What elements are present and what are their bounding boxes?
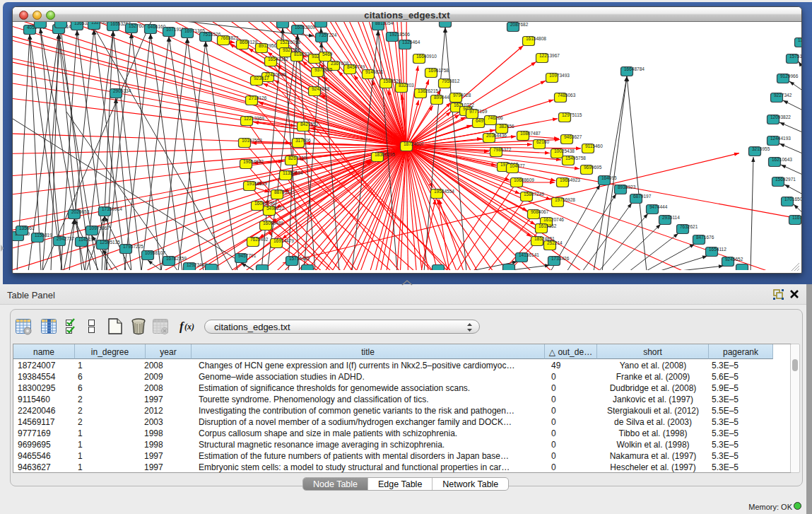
svg-text:10975867: 10975867 [89, 226, 110, 230]
svg-text:8427552: 8427552 [300, 122, 319, 127]
svg-text:19654923: 19654923 [560, 177, 580, 182]
svg-text:252214: 252214 [547, 240, 563, 245]
svg-text:7632621: 7632621 [680, 224, 698, 229]
svg-text:8813054: 8813054 [375, 22, 394, 25]
svg-text:1527602: 1527602 [129, 23, 147, 28]
svg-text:8938923: 8938923 [618, 185, 636, 189]
svg-text:16640910: 16640910 [416, 54, 437, 59]
svg-text:8990448: 8990448 [434, 95, 452, 100]
svg-text:16914479: 16914479 [273, 238, 294, 243]
svg-text:10025438: 10025438 [554, 148, 575, 153]
svg-text:5469: 5469 [322, 52, 333, 57]
svg-text:13626215: 13626215 [418, 88, 438, 93]
svg-text:7625402: 7625402 [250, 237, 269, 242]
svg-text:317006: 317006 [295, 138, 311, 143]
svg-text:19584554: 19584554 [434, 189, 454, 194]
svg-text:19654982: 19654982 [243, 159, 264, 164]
svg-text:15807249: 15807249 [524, 192, 544, 197]
svg-text:9245652: 9245652 [725, 257, 743, 262]
svg-text:10973493: 10973493 [549, 73, 570, 78]
svg-text:7357224: 7357224 [319, 33, 337, 37]
svg-text:2942737: 2942737 [57, 236, 75, 241]
svg-text:1654112: 1654112 [709, 247, 726, 252]
svg-text:6879197: 6879197 [633, 194, 652, 199]
svg-text:14136141: 14136141 [519, 252, 539, 257]
svg-text:9474444: 9474444 [649, 204, 668, 209]
svg-text:19218506: 19218506 [389, 32, 410, 37]
svg-text:2905334: 2905334 [113, 88, 131, 93]
svg-text:19166829: 19166829 [247, 181, 267, 186]
svg-text:1733426: 1733426 [551, 256, 570, 261]
svg-text:15226058: 15226058 [280, 40, 300, 45]
svg-text:12093822: 12093822 [770, 115, 791, 119]
svg-text:1156819: 1156819 [35, 233, 52, 238]
svg-text:11353594: 11353594 [283, 170, 303, 175]
svg-text:2020653: 2020653 [71, 209, 90, 214]
svg-text:9084067: 9084067 [531, 209, 549, 214]
svg-text:16648784: 16648784 [624, 66, 645, 71]
svg-text:16782759: 16782759 [166, 256, 187, 261]
svg-text:2087682: 2087682 [510, 22, 529, 27]
svg-text:746266: 746266 [488, 115, 503, 120]
svg-text:15495758: 15495758 [565, 156, 586, 160]
svg-text:8912956: 8912956 [259, 43, 277, 48]
svg-text:8878332: 8878332 [274, 189, 293, 194]
svg-text:3215955: 3215955 [752, 146, 770, 151]
svg-text:9129966: 9129966 [780, 74, 799, 78]
svg-text:8267130: 8267130 [288, 156, 307, 160]
svg-text:164095: 164095 [601, 175, 617, 180]
svg-text:10958107: 10958107 [145, 250, 165, 255]
svg-text:382456: 382456 [499, 124, 514, 129]
svg-text:12213369: 12213369 [244, 116, 264, 121]
svg-text:16543362: 16543362 [268, 57, 288, 62]
svg-text:15716485: 15716485 [289, 256, 310, 261]
svg-text:16154808: 16154808 [526, 36, 546, 41]
svg-text:10688609: 10688609 [514, 177, 534, 182]
svg-text:9242848: 9242848 [312, 86, 330, 91]
svg-text:8471676: 8471676 [696, 235, 714, 240]
svg-text:1117274: 1117274 [798, 37, 801, 42]
svg-text:9794028: 9794028 [453, 93, 471, 98]
svg-text:9227342: 9227342 [774, 93, 792, 98]
svg-text:1615132: 1615132 [539, 223, 557, 228]
svg-text:8454749: 8454749 [347, 64, 365, 69]
svg-text:104077: 104077 [510, 163, 525, 168]
svg-text:18300295: 18300295 [375, 152, 395, 157]
svg-text:12975115: 12975115 [562, 112, 582, 117]
svg-text:832203: 832203 [399, 83, 414, 88]
svg-text:1527602: 1527602 [91, 22, 110, 25]
svg-text:8660128: 8660128 [240, 40, 258, 45]
svg-text:7663822: 7663822 [220, 35, 239, 40]
svg-text:16099489: 16099489 [263, 221, 283, 226]
svg-text:17957225: 17957225 [123, 244, 143, 249]
svg-text:9457791: 9457791 [238, 253, 257, 258]
svg-text:16046796: 16046796 [254, 201, 275, 206]
svg-text:19756928: 19756928 [555, 197, 575, 202]
svg-text:7485063: 7485063 [558, 93, 576, 98]
svg-text:16961758: 16961758 [428, 68, 449, 73]
svg-text:16210643: 16210643 [772, 157, 792, 162]
svg-text:15751074: 15751074 [789, 54, 801, 59]
svg-text:12444193: 12444193 [770, 136, 791, 141]
svg-text:1325464: 1325464 [402, 40, 420, 45]
svg-text:2935114: 2935114 [662, 215, 680, 220]
svg-text:1145194: 1145194 [78, 237, 96, 242]
svg-text:7986372: 7986372 [493, 147, 512, 152]
svg-text:1167531: 1167531 [792, 215, 801, 220]
svg-text:5498222: 5498222 [266, 206, 285, 211]
svg-text:16120746: 16120746 [543, 217, 564, 222]
svg-text:9375685: 9375685 [314, 67, 333, 72]
svg-text:12213967: 12213967 [539, 53, 560, 58]
svg-text:16053809: 16053809 [295, 25, 315, 30]
svg-text:9463627: 9463627 [564, 134, 582, 139]
svg-text:7955812: 7955812 [442, 78, 460, 83]
svg-text:18724007: 18724007 [404, 141, 424, 146]
svg-text:17016504: 17016504 [784, 197, 801, 201]
svg-text:923617: 923617 [254, 76, 269, 81]
svg-text:9699695: 9699695 [584, 165, 602, 170]
svg-text:9146821: 9146821 [365, 69, 384, 74]
svg-text:2718126: 2718126 [249, 95, 267, 100]
svg-text:9777169: 9777169 [469, 109, 488, 114]
svg-text:12923446: 12923446 [187, 262, 207, 267]
svg-text:(x): (x) [184, 322, 194, 332]
